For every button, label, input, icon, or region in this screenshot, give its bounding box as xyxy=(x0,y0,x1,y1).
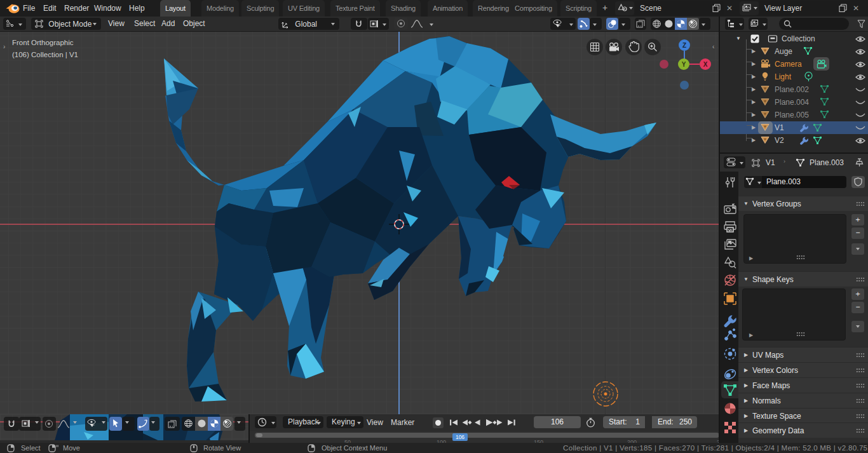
svg-text:Z: Z xyxy=(682,42,686,49)
svg-text:‹: ‹ xyxy=(712,43,714,50)
svg-text:Y: Y xyxy=(682,61,686,68)
svg-text:X: X xyxy=(703,61,708,68)
svg-text:›: › xyxy=(3,43,5,50)
